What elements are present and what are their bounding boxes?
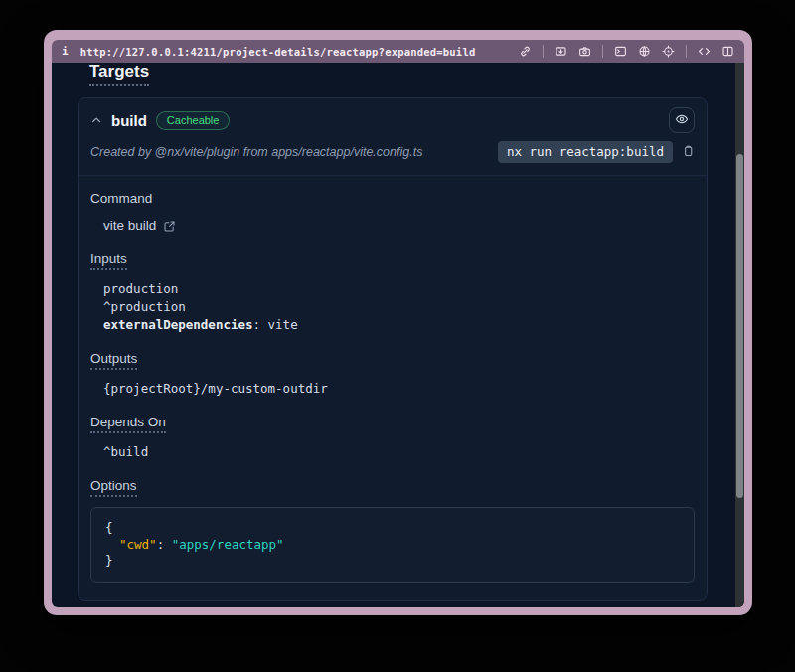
toolbar-separator xyxy=(602,45,603,58)
build-card-body: Command vite build Inputs production xyxy=(79,175,707,600)
split-view-icon[interactable] xyxy=(721,45,734,58)
page-title: Targets xyxy=(89,63,149,86)
output-item: {projectRoot}/my-custom-outdir xyxy=(103,380,695,398)
browser-window: i http://127.0.0.1:4211/project-details/… xyxy=(44,30,752,615)
eye-icon xyxy=(675,112,689,129)
depends-on-label: Depends On xyxy=(90,415,166,433)
depends-on-section: Depends On ^build xyxy=(90,413,695,461)
build-card-header[interactable]: build Cacheable xyxy=(79,98,707,138)
depends-on-item: ^build xyxy=(103,443,695,461)
json-line: "cwd": "apps/reactapp" xyxy=(105,537,680,554)
info-icon: i xyxy=(62,45,69,58)
globe-icon[interactable] xyxy=(638,45,651,58)
json-line: { xyxy=(105,520,680,537)
input-key: externalDependencies xyxy=(103,317,253,332)
outputs-section: Outputs {projectRoot}/my-custom-outdir xyxy=(90,349,695,398)
input-item: ^production xyxy=(103,298,695,316)
command-label: Command xyxy=(90,191,152,206)
toolbar-actions xyxy=(519,45,734,58)
json-key: "cwd" xyxy=(119,537,157,552)
target-icon[interactable] xyxy=(662,45,675,58)
link-icon[interactable] xyxy=(519,45,532,58)
terminal-icon[interactable] xyxy=(614,45,627,58)
command-value-row: vite build xyxy=(103,217,695,235)
created-by-text: Created by @nx/vite/plugin from apps/rea… xyxy=(90,145,422,159)
code-icon[interactable] xyxy=(698,45,711,58)
command-value: vite build xyxy=(103,217,156,235)
desktop-background: i http://127.0.0.1:4211/project-details/… xyxy=(0,0,795,672)
cacheable-badge: Cacheable xyxy=(156,111,231,130)
target-name: build xyxy=(111,112,147,129)
input-value: vite xyxy=(260,317,298,332)
inputs-label: Inputs xyxy=(90,252,127,270)
build-card-subheader: Created by @nx/vite/plugin from apps/rea… xyxy=(79,138,707,175)
browser-toolbar: i http://127.0.0.1:4211/project-details/… xyxy=(52,40,744,63)
toolbar-separator xyxy=(686,45,687,58)
json-value: "apps/reactapp" xyxy=(172,537,284,552)
run-command-chip[interactable]: nx run reactapp:build xyxy=(498,141,673,163)
project-details-page: Targets build Cacheable Created by @nx/v… xyxy=(52,63,744,607)
json-line: } xyxy=(105,553,680,570)
toolbar-separator xyxy=(543,45,544,58)
copy-button[interactable] xyxy=(682,144,695,161)
external-link-icon[interactable] xyxy=(163,220,176,233)
input-item: production xyxy=(103,280,695,298)
scrollbar-thumb[interactable] xyxy=(736,154,743,498)
save-box-icon[interactable] xyxy=(555,45,567,58)
command-section: Command vite build xyxy=(90,189,695,235)
url-text[interactable]: http://127.0.0.1:4211/project-details/re… xyxy=(80,46,476,58)
vertical-scrollbar[interactable] xyxy=(735,63,744,607)
input-item: externalDependencies: vite xyxy=(103,316,695,334)
options-section: Options { "cwd": "apps/reactapp" } xyxy=(90,476,695,583)
input-separator: : xyxy=(253,317,261,332)
options-json-block: { "cwd": "apps/reactapp" } xyxy=(90,507,695,583)
target-card-build: build Cacheable Created by @nx/vite/plug… xyxy=(78,97,708,601)
inputs-section: Inputs production ^production externalDe… xyxy=(90,250,695,334)
camera-icon[interactable] xyxy=(578,45,591,58)
clipboard-icon xyxy=(682,144,695,161)
view-graph-button[interactable] xyxy=(669,107,695,133)
options-label: Options xyxy=(90,478,137,497)
outputs-label: Outputs xyxy=(90,351,137,370)
chevron-up-icon[interactable] xyxy=(90,114,102,126)
